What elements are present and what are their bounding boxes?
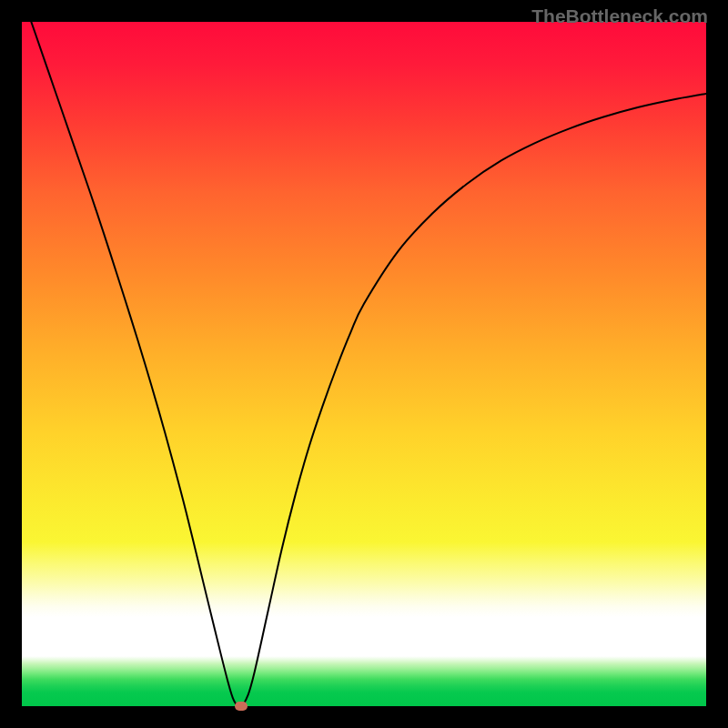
optimal-point-marker: [235, 702, 248, 711]
curve-layer: [22, 22, 706, 706]
watermark: TheBottleneck.com: [531, 5, 708, 27]
bottleneck-curve: [22, 22, 706, 706]
plot-area: [22, 22, 706, 706]
chart-container: TheBottleneck.com: [0, 0, 728, 728]
